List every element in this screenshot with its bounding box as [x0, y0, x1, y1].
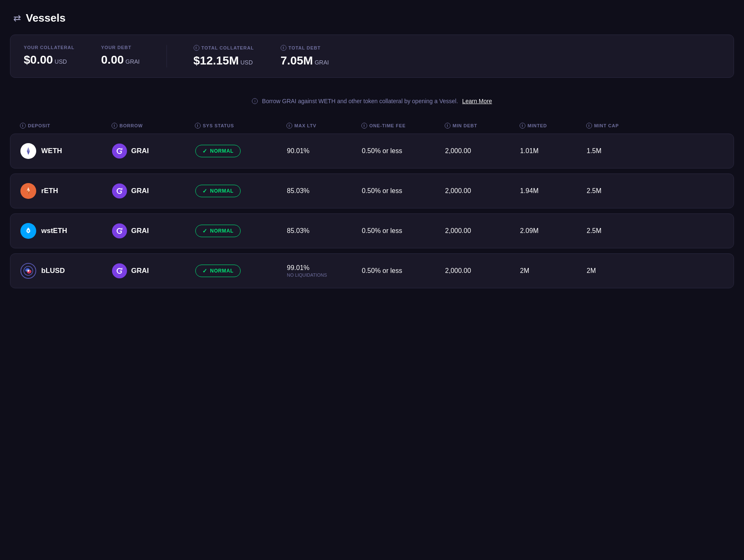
your-collateral-stat: YOUR COLLATERAL $0.00USD [24, 45, 75, 67]
your-debt-label: YOUR DEBT [101, 45, 140, 50]
info-icon-max-ltv: i [286, 123, 292, 129]
max-ltv-cell-weth: 90.01% [287, 147, 362, 155]
th-minted: i MINTED [520, 123, 586, 129]
grai-icon-reth [112, 183, 127, 198]
normal-badge-wsteth: ✓ NORMAL [195, 225, 241, 237]
learn-more-link[interactable]: Learn More [462, 98, 492, 104]
borrow-cell-wsteth: GRAI [112, 223, 195, 238]
info-icon-min-debt: i [445, 123, 450, 129]
max-ltv-cell-wsteth: 85.03% [287, 227, 362, 235]
blusd-token-icon [20, 263, 36, 279]
normal-badge-blusd: ✓ NORMAL [195, 265, 241, 277]
total-debt-value: 7.05MGRAI [281, 54, 329, 67]
minted-cell-reth: 1.94M [520, 187, 587, 195]
info-banner: i Borrow GRAI against WETH and other tok… [0, 91, 744, 118]
th-max-ltv: i MAX LTV [286, 123, 361, 129]
total-collateral-stat: i TOTAL COLLATERAL $12.15MUSD [194, 45, 254, 67]
weth-token-name: WETH [41, 147, 62, 155]
mint-cap-cell-weth: 1.5M [587, 147, 653, 155]
sys-status-cell-wsteth: ✓ NORMAL [195, 225, 287, 237]
vessels-table: i DEPOSIT i BORROW i SYS STATUS i MAX LT… [10, 118, 734, 288]
total-collateral-label: i TOTAL COLLATERAL [194, 45, 254, 51]
grai-name-wsteth: GRAI [131, 227, 149, 235]
wsteth-token-icon [20, 223, 36, 239]
total-collateral-value: $12.15MUSD [194, 54, 254, 67]
mint-cap-cell-reth: 2.5M [587, 187, 653, 195]
page-header: ⇄ Vessels [0, 0, 744, 35]
info-icon-deposit: i [20, 123, 26, 129]
borrow-cell-reth: GRAI [112, 183, 195, 198]
svg-point-10 [27, 230, 29, 232]
mint-cap-cell-wsteth: 2.5M [587, 227, 653, 235]
borrow-cell-weth: GRAI [112, 144, 195, 159]
swap-icon: ⇄ [13, 13, 21, 24]
normal-badge-reth: ✓ NORMAL [195, 185, 241, 197]
personal-stats: YOUR COLLATERAL $0.00USD YOUR DEBT 0.00G… [24, 45, 140, 67]
fee-cell-wsteth: 0.50% or less [362, 227, 445, 235]
th-min-debt: i MIN DEBT [445, 123, 520, 129]
fee-cell-reth: 0.50% or less [362, 187, 445, 195]
grai-name-blusd: GRAI [131, 267, 149, 275]
table-row[interactable]: bLUSD GRAI ✓ NORMAL 99.01% NO LIQUIDATIO… [10, 253, 734, 288]
info-icon-fee: i [361, 123, 367, 129]
info-icon-mint-cap: i [586, 123, 592, 129]
total-debt-label: i TOTAL DEBT [281, 45, 329, 51]
min-debt-cell-wsteth: 2,000.00 [445, 227, 520, 235]
grai-icon-blusd [112, 263, 127, 278]
normal-badge: ✓ NORMAL [195, 145, 241, 157]
page-title: Vessels [26, 12, 65, 25]
grai-token-name: GRAI [131, 147, 149, 155]
th-borrow: i BORROW [112, 123, 195, 129]
global-stats: i TOTAL COLLATERAL $12.15MUSD i TOTAL DE… [194, 45, 329, 67]
table-row[interactable]: wstETH GRAI ✓ NORMAL 85.03% 0.50% or les… [10, 213, 734, 248]
weth-token-icon [20, 143, 36, 159]
th-one-time-fee: i ONE-TIME FEE [361, 123, 445, 129]
info-icon-minted: i [520, 123, 525, 129]
blusd-token-name: bLUSD [41, 267, 65, 275]
table-row[interactable]: rETH GRAI ✓ NORMAL 85.03% 0.50% or less … [10, 173, 734, 208]
minted-cell-weth: 1.01M [520, 147, 587, 155]
sys-status-cell-reth: ✓ NORMAL [195, 185, 287, 197]
deposit-cell-blusd: bLUSD [20, 263, 112, 279]
mint-cap-cell-blusd: 2M [587, 267, 653, 275]
table-header: i DEPOSIT i BORROW i SYS STATUS i MAX LT… [10, 118, 734, 134]
deposit-cell-weth: WETH [20, 143, 112, 159]
deposit-cell-reth: rETH [20, 183, 112, 199]
deposit-cell-wsteth: wstETH [20, 223, 112, 239]
grai-icon [112, 144, 127, 159]
your-debt-stat: YOUR DEBT 0.00GRAI [101, 45, 140, 67]
info-icon-sys-status: i [195, 123, 201, 129]
banner-text: Borrow GRAI against WETH and other token… [262, 98, 458, 104]
th-deposit: i DEPOSIT [20, 123, 112, 129]
wsteth-token-name: wstETH [41, 227, 67, 235]
reth-token-name: rETH [41, 187, 58, 195]
info-icon: i [194, 45, 199, 51]
info-icon-debt: i [281, 45, 286, 51]
table-row[interactable]: WETH GRAI ✓ NORMAL 90.01% 0.50% or less … [10, 134, 734, 168]
minted-cell-wsteth: 2.09M [520, 227, 587, 235]
max-ltv-cell-reth: 85.03% [287, 187, 362, 195]
grai-name-reth: GRAI [131, 187, 149, 195]
reth-token-icon [20, 183, 36, 199]
stats-panel: YOUR COLLATERAL $0.00USD YOUR DEBT 0.00G… [10, 35, 734, 78]
min-debt-cell-blusd: 2,000.00 [445, 267, 520, 275]
fee-cell-weth: 0.50% or less [362, 147, 445, 155]
minted-cell-blusd: 2M [520, 267, 587, 275]
banner-info-icon: i [252, 98, 258, 104]
sys-status-cell-blusd: ✓ NORMAL [195, 265, 287, 277]
your-collateral-value: $0.00USD [24, 53, 75, 67]
your-collateral-label: YOUR COLLATERAL [24, 45, 75, 50]
svg-point-14 [27, 270, 29, 272]
sys-status-cell-weth: ✓ NORMAL [195, 145, 287, 157]
total-debt-stat: i TOTAL DEBT 7.05MGRAI [281, 45, 329, 67]
grai-icon-wsteth [112, 223, 127, 238]
borrow-cell-blusd: GRAI [112, 263, 195, 278]
max-ltv-cell-blusd: 99.01% NO LIQUIDATIONS [287, 264, 362, 278]
info-icon-borrow: i [112, 123, 117, 129]
min-debt-cell-weth: 2,000.00 [445, 147, 520, 155]
fee-cell-blusd: 0.50% or less [362, 267, 445, 275]
min-debt-cell-reth: 2,000.00 [445, 187, 520, 195]
your-debt-value: 0.00GRAI [101, 53, 140, 67]
th-mint-cap: i MINT CAP [586, 123, 653, 129]
stats-divider [167, 45, 167, 67]
